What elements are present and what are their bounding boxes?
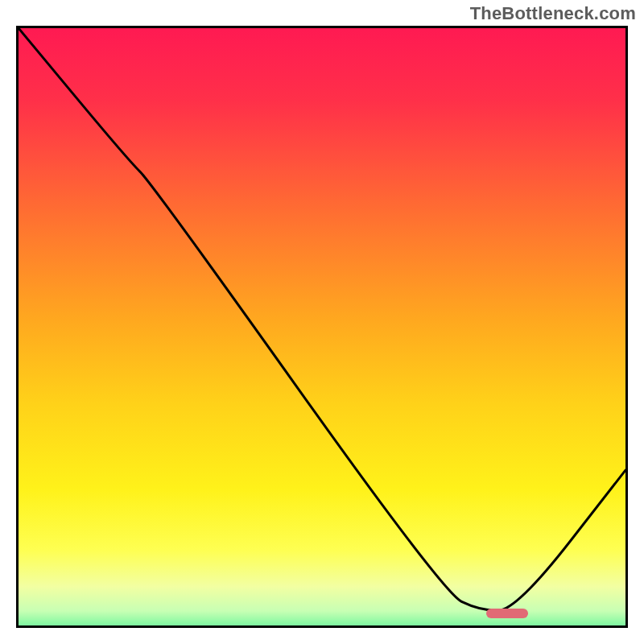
chart-container: TheBottleneck.com [0,0,644,644]
plot-area [16,26,628,628]
curve-layer [19,28,625,625]
bottleneck-curve [19,28,625,610]
optimal-range-marker [486,609,529,618]
watermark-text: TheBottleneck.com [470,3,636,24]
